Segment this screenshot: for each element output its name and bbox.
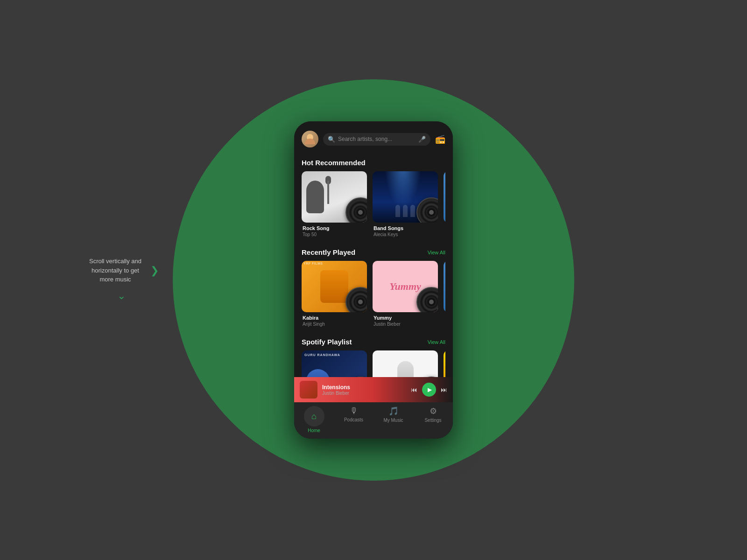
nav-my-music[interactable]: 🎵 My Music xyxy=(380,406,408,433)
now-playing-title: Intensions xyxy=(322,384,406,391)
avatar[interactable] xyxy=(302,131,318,147)
yummy-card[interactable]: Yummy Yummy Justin Bieber xyxy=(373,261,438,327)
ariana-image xyxy=(373,350,438,377)
search-bar[interactable]: 🔍 Search artists, song... 🎤 xyxy=(323,133,430,146)
hot-recommended-list[interactable]: Rock Song Top 50 xyxy=(302,171,445,241)
yummy-title: Yummy xyxy=(374,315,437,321)
guru-figure xyxy=(306,369,330,377)
recently-played-list[interactable]: YRF FILMS Kabira Arijit Singh xyxy=(302,261,445,330)
yummy-image: Yummy xyxy=(373,261,438,312)
guru-image: GURU RANDHAWA xyxy=(302,350,367,377)
mic-stand-decor xyxy=(327,181,329,204)
nav-home[interactable]: ⌂ Home xyxy=(300,406,328,433)
nav-my-music-label: My Music xyxy=(383,418,403,423)
partial-card-bg xyxy=(444,171,445,223)
home-icon: ⌂ xyxy=(311,412,317,421)
band-songs-sub: Alecia Keys xyxy=(374,232,437,237)
podcasts-icon: 🎙 xyxy=(350,406,358,416)
skip-forward-button[interactable]: ⏭ xyxy=(441,386,447,393)
phone-content: 🔍 Search artists, song... 🎤 📻 Hot Recomm… xyxy=(294,121,453,439)
partial-blue-card xyxy=(444,261,445,312)
guru-card[interactable]: GURU RANDHAWA Guru Randhawa Guru Randhaw… xyxy=(302,350,367,377)
spotify-playlist-title: Spotify Playlist xyxy=(302,338,352,346)
recently-played-view-all[interactable]: View All xyxy=(428,250,445,255)
kabira-image: YRF FILMS xyxy=(302,261,367,312)
search-icon: 🔍 xyxy=(328,136,335,143)
arrow-right-icon: ❯ xyxy=(150,263,159,278)
radio-icon[interactable]: 📻 xyxy=(435,134,445,144)
partial-yellow-card xyxy=(444,350,445,377)
recently-played-title: Recently Played xyxy=(302,248,355,256)
now-playing-artist: Justin Bieber xyxy=(322,391,406,396)
kabira-sub: Arijit Singh xyxy=(303,322,366,327)
main-scroll[interactable]: Hot Recommended xyxy=(294,153,453,377)
arrow-down-icon: ⌄ xyxy=(84,288,159,303)
play-button[interactable]: ▶ xyxy=(422,383,436,397)
yummy-text: Yummy xyxy=(389,280,421,293)
nav-settings[interactable]: ⚙ Settings xyxy=(419,406,447,433)
spotify-playlist-list[interactable]: GURU RANDHAWA Guru Randhawa Guru Randhaw… xyxy=(302,350,445,377)
band-songs-card[interactable]: Band Songs Alecia Keys xyxy=(373,171,438,237)
singer-silhouette xyxy=(306,181,324,213)
hot-recommended-section: Hot Recommended xyxy=(294,153,453,243)
phone-frame: 🔍 Search artists, song... 🎤 📻 Hot Recomm… xyxy=(294,121,453,439)
spotlight-decor xyxy=(384,171,422,209)
ariana-figure xyxy=(397,361,414,378)
band-songs-image xyxy=(373,171,438,223)
scroll-hint-text: Scroll vertically and horizontally to ge… xyxy=(84,257,147,284)
hot-recommended-title: Hot Recommended xyxy=(302,159,366,167)
my-music-icon: 🎵 xyxy=(388,406,399,416)
header: 🔍 Search artists, song... 🎤 📻 xyxy=(294,121,453,153)
skip-back-button[interactable]: ⏮ xyxy=(411,386,417,393)
bottom-nav: ⌂ Home 🎙 Podcasts 🎵 My Music ⚙ Settings xyxy=(294,402,453,439)
kabira-couple xyxy=(320,270,348,303)
now-playing-thumbnail xyxy=(300,381,317,399)
nav-home-label: Home xyxy=(308,428,320,433)
nav-settings-label: Settings xyxy=(424,418,441,423)
spotify-playlist-section: Spotify Playlist View All GURU RANDHAWA xyxy=(294,332,453,377)
nav-podcasts[interactable]: 🎙 Podcasts xyxy=(340,406,368,433)
band-songs-title: Band Songs xyxy=(374,225,437,231)
rock-song-card[interactable]: Rock Song Top 50 xyxy=(302,171,367,237)
recently-played-section: Recently Played View All YRF FILMS xyxy=(294,243,453,332)
guru-label: GURU RANDHAWA xyxy=(304,353,340,357)
kabira-title: Kabira xyxy=(303,315,366,321)
hot-partial-card xyxy=(444,171,445,237)
ariana-card[interactable]: Ariana Ariana Grande xyxy=(373,350,438,377)
now-playing-info: Intensions Justin Bieber xyxy=(322,384,406,396)
scroll-hint: Scroll vertically and horizontally to ge… xyxy=(84,257,159,303)
yummy-sub: Justin Bieber xyxy=(374,322,437,327)
search-placeholder: Search artists, song... xyxy=(338,136,416,142)
rock-song-image xyxy=(302,171,367,223)
perfect-partial-card xyxy=(444,261,445,327)
kabira-card[interactable]: YRF FILMS Kabira Arijit Singh xyxy=(302,261,367,327)
play-icon: ▶ xyxy=(428,386,432,393)
settings-icon: ⚙ xyxy=(430,406,437,416)
spotify-playlist-view-all[interactable]: View All xyxy=(428,339,445,345)
nav-home-bg: ⌂ xyxy=(304,406,324,427)
now-playing-controls: ⏮ ▶ ⏭ xyxy=(411,383,447,397)
now-playing-bar: Intensions Justin Bieber ⏮ ▶ ⏭ xyxy=(294,377,453,402)
band-figures xyxy=(395,205,415,217)
rock-song-sub: Top 50 xyxy=(303,232,366,237)
mic-icon[interactable]: 🎤 xyxy=(418,136,426,143)
nav-podcasts-label: Podcasts xyxy=(344,417,363,422)
rock-song-title: Rock Song xyxy=(303,225,366,231)
kabira-text-bg: YRF FILMS xyxy=(303,262,323,265)
yellow-partial-card xyxy=(444,350,445,377)
